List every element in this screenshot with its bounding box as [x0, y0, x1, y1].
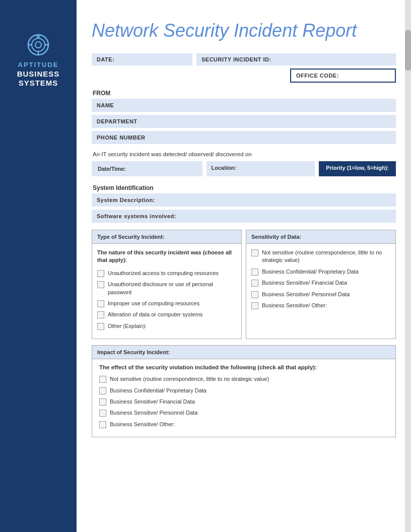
datetime-location-priority-row: Date/Time: Location: Priority (1=low, 5=…	[92, 161, 396, 176]
name-field[interactable]: NAME	[92, 99, 396, 112]
incident-id-field[interactable]: SECURITY INCIDENT ID:	[196, 53, 396, 65]
sidebar-brand-top: APTITUDE	[18, 61, 59, 69]
date-field[interactable]: DATE:	[92, 53, 192, 65]
target-icon	[26, 33, 50, 57]
checkbox-5-label: Other (Explain):	[108, 322, 147, 330]
i-checkbox-5-label: Business Sensitive/ Other:	[110, 421, 175, 428]
s-checkbox-1-box[interactable]	[251, 249, 258, 256]
checkbox-4-label: Alteration of data or computer systems	[108, 311, 202, 318]
impact-checkbox-4[interactable]: Business Sensitive/ Personnel Data	[99, 409, 388, 417]
sensitivity-checkbox-1[interactable]: Not sensitive (routine correspondence, l…	[251, 249, 390, 264]
svg-point-1	[32, 38, 45, 51]
phone-field[interactable]: PHONE NUMBER	[92, 131, 396, 144]
i-checkbox-3-label: Business Sensitive/ Financial Data	[110, 398, 195, 406]
i-checkbox-1-box[interactable]	[99, 376, 106, 383]
sensitivity-panel: Sensitivity of Data: Not sensitive (rout…	[246, 230, 396, 339]
s-checkbox-4-label: Business Sensitive/ Personnel Data	[262, 291, 350, 298]
impact-panel: Impact of Security Incident: The effect …	[92, 345, 396, 437]
impact-checkbox-1[interactable]: Not sensitive (routine correspondence, l…	[99, 375, 388, 383]
i-checkbox-3-box[interactable]	[99, 398, 106, 406]
i-checkbox-2-label: Business Confidential/ Proprietary Data	[110, 387, 207, 394]
checkbox-5-box[interactable]	[97, 323, 104, 330]
sensitivity-checkbox-5[interactable]: Business Sensitive/ Other:	[251, 302, 390, 309]
type-of-incident-body: The nature of this security incident was…	[92, 244, 241, 339]
s-checkbox-2-box[interactable]	[251, 269, 258, 276]
office-code-field[interactable]: OFFICE CODE:	[290, 69, 396, 83]
impact-checkbox-3[interactable]: Business Sensitive/ Financial Data	[99, 398, 388, 406]
sidebar-brand-bottom: BUSINESSSYSTEMS	[17, 70, 60, 88]
checkbox-1-box[interactable]	[97, 270, 104, 277]
s-checkbox-5-box[interactable]	[251, 302, 258, 309]
checkbox-4-box[interactable]	[97, 311, 104, 318]
i-checkbox-1-label: Not sensitive (routine correspondence, l…	[110, 375, 269, 383]
location-field[interactable]: Location:	[207, 161, 315, 176]
scrollbar-thumb[interactable]	[405, 30, 411, 71]
software-systems-field[interactable]: Software systems involved:	[92, 210, 396, 223]
sensitivity-checkbox-4[interactable]: Business Sensitive/ Personnel Data	[251, 291, 390, 298]
checkbox-2-label: Unauthorized disclosure or use of person…	[108, 281, 236, 296]
checkbox-3-box[interactable]	[97, 300, 104, 307]
s-checkbox-5-label: Business Sensitive/ Other:	[262, 302, 327, 309]
system-identification-title: System Identification	[93, 184, 396, 191]
sensitivity-checkbox-3[interactable]: Business Sensitive/ Financial Data	[251, 279, 390, 287]
priority-field[interactable]: Priority (1=low, 5=high):	[319, 161, 396, 176]
sensitivity-body: Not sensitive (routine correspondence, l…	[246, 244, 395, 318]
i-checkbox-5-box[interactable]	[99, 421, 106, 428]
sidebar: APTITUDE BUSINESSSYSTEMS	[0, 0, 77, 532]
checkbox-2-box[interactable]	[97, 281, 104, 288]
it-security-text: An IT security incident was detected/ ob…	[93, 151, 396, 157]
type-of-incident-panel: Type of Security Incident: The nature of…	[92, 230, 242, 339]
checkbox-3-label: Improper use of computing resources	[108, 300, 199, 307]
type-checkbox-2[interactable]: Unauthorized disclosure or use of person…	[97, 281, 236, 296]
s-checkbox-3-box[interactable]	[251, 280, 258, 287]
impact-subtitle: The effect of the security violation inc…	[99, 364, 388, 370]
main-content: Network Security Incident Report DATE: S…	[77, 0, 411, 532]
from-label: FROM	[92, 90, 396, 97]
department-field[interactable]: DEPARTMENT	[92, 115, 396, 128]
type-checkbox-4[interactable]: Alteration of data or computer systems	[97, 311, 236, 318]
impact-checkbox-2[interactable]: Business Confidential/ Proprietary Data	[99, 387, 388, 394]
type-of-incident-header: Type of Security Incident:	[92, 230, 241, 244]
type-checkbox-5[interactable]: Other (Explain):	[97, 322, 236, 330]
type-checkbox-3[interactable]: Improper use of computing resources	[97, 300, 236, 307]
sensitivity-header: Sensitivity of Data:	[246, 230, 395, 244]
s-checkbox-4-box[interactable]	[251, 291, 258, 298]
s-checkbox-3-label: Business Sensitive/ Financial Data	[262, 279, 347, 287]
system-description-field[interactable]: System Description:	[92, 193, 396, 207]
svg-point-2	[35, 42, 41, 48]
impact-checkbox-5[interactable]: Business Sensitive/ Other:	[99, 421, 388, 428]
s-checkbox-2-label: Business Confidential/ Proprietary Data	[262, 268, 359, 276]
sensitivity-checkbox-2[interactable]: Business Confidential/ Proprietary Data	[251, 268, 390, 276]
datetime-field[interactable]: Date/Time:	[92, 161, 202, 176]
impact-header: Impact of Security Incident:	[92, 346, 395, 359]
system-identification-section: System Identification System Description…	[92, 184, 396, 223]
checkbox-1-label: Unauthorized access to computing resourc…	[108, 270, 219, 277]
date-incident-row: DATE: SECURITY INCIDENT ID:	[92, 53, 396, 65]
i-checkbox-2-box[interactable]	[99, 387, 106, 394]
page-title: Network Security Incident Report	[92, 20, 396, 41]
i-checkbox-4-label: Business Sensitive/ Personnel Data	[110, 409, 197, 417]
type-subtitle: The nature of this security incident was…	[97, 249, 236, 264]
s-checkbox-1-label: Not sensitive (routine correspondence, l…	[262, 249, 390, 264]
i-checkbox-4-box[interactable]	[99, 410, 106, 417]
scrollbar[interactable]	[405, 0, 411, 532]
impact-body: The effect of the security violation inc…	[92, 359, 395, 437]
type-sensitivity-row: Type of Security Incident: The nature of…	[92, 230, 396, 339]
type-checkbox-1[interactable]: Unauthorized access to computing resourc…	[97, 270, 236, 277]
